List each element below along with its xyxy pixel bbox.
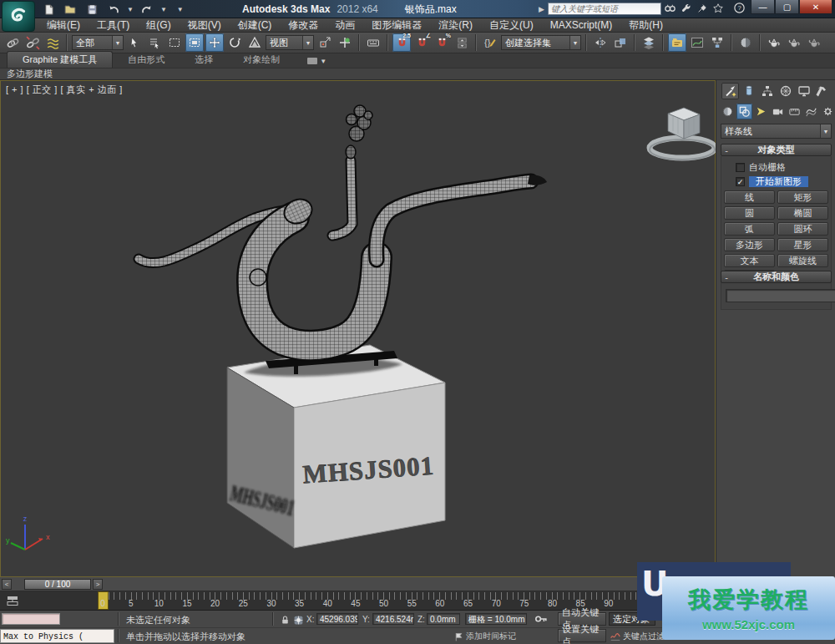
start-new-shape-checkbox[interactable]: ✓ (736, 177, 745, 186)
x-coordinate-field[interactable]: 45296.039 (316, 613, 358, 625)
select-and-move-button[interactable] (205, 33, 224, 52)
viewport-canvas[interactable]: [ + ] [ 正交 ] [ 真实 + 边面 ] (0, 80, 716, 577)
ribbon-tab-selection[interactable]: 选择 (180, 52, 228, 68)
shape-button-line[interactable]: 线 (724, 190, 775, 204)
shape-button-rectangle[interactable]: 矩形 (777, 190, 828, 204)
favorites-star-icon[interactable] (712, 3, 724, 14)
window-crossing-toggle[interactable] (185, 33, 204, 52)
view-cube-compass-ring[interactable] (650, 138, 715, 158)
macro-recorder-field[interactable] (2, 613, 60, 625)
minimize-button[interactable]: — (751, 0, 775, 14)
add-time-tag-flag[interactable] (452, 630, 465, 643)
dropdown-caret-icon[interactable]: ▼ (112, 36, 123, 49)
named-selection-sets-dropdown[interactable]: 创建选择集 ▼ (501, 35, 581, 50)
tab-hierarchy[interactable] (758, 83, 776, 99)
menu-graph-editors[interactable]: 图形编辑器 (363, 18, 430, 33)
viewport-label[interactable]: [ + ] [ 正交 ] [ 真实 + 边面 ] (6, 84, 123, 96)
menu-maxscript[interactable]: MAXScript(M) (542, 19, 621, 31)
menu-group[interactable]: 组(G) (138, 18, 179, 33)
help-icon[interactable] (733, 2, 746, 14)
search-binoculars-icon[interactable] (664, 2, 676, 14)
next-frame-button[interactable]: > (93, 579, 103, 590)
edit-named-selection-sets-button[interactable] (481, 33, 499, 52)
track-bar[interactable]: 0510 152025 303540 455055 606570 758085 … (0, 591, 716, 611)
shape-button-arc[interactable]: 弧 (724, 222, 775, 236)
menu-tools[interactable]: 工具(T) (89, 18, 138, 33)
angle-snap-toggle[interactable]: ∠ (412, 33, 431, 52)
ribbon-display-toggle[interactable]: ▼ (306, 56, 326, 66)
previous-frame-button[interactable]: < (2, 579, 12, 590)
select-by-name-button[interactable] (145, 33, 164, 52)
use-pivot-center-button[interactable] (316, 33, 334, 52)
maximize-button[interactable]: ▢ (775, 0, 799, 14)
redo-dropdown-caret[interactable]: ▼ (160, 6, 167, 13)
tab-display[interactable] (795, 83, 812, 99)
dropdown-caret-icon[interactable]: ▼ (569, 36, 580, 49)
mirror-button[interactable] (591, 33, 610, 52)
select-and-rotate-button[interactable] (225, 33, 244, 52)
new-file-button[interactable] (40, 2, 57, 17)
select-and-manipulate-button[interactable] (336, 33, 354, 52)
selection-region-button[interactable] (165, 33, 184, 52)
menu-modifiers[interactable]: 修改器 (280, 18, 326, 33)
object-name-input[interactable] (726, 289, 835, 302)
bind-to-space-warp-button[interactable] (43, 33, 62, 52)
autogrid-checkbox[interactable] (736, 163, 745, 172)
percent-snap-toggle[interactable]: % (433, 33, 451, 52)
ribbon-toggle-caret[interactable]: ▼ (320, 58, 326, 65)
shape-button-ellipse[interactable]: 椭圆 (777, 206, 828, 220)
open-file-button[interactable] (62, 2, 78, 17)
subtab-space-warps[interactable] (803, 104, 819, 119)
polygon-modeling-panel-label[interactable]: 多边形建模 (7, 68, 53, 80)
pedestal-cube[interactable]: ​ MHSJS001 MHSJS001 (227, 345, 445, 548)
menu-customize[interactable]: 自定义(U) (481, 18, 542, 33)
maxscript-mini-listener[interactable]: Max to Physics ( (0, 629, 114, 643)
snaps-toggle-2-5[interactable]: 2.5 (392, 33, 411, 52)
selection-filter-dropdown[interactable]: 全部 ▼ (72, 35, 124, 50)
shape-button-text[interactable]: 文本 (724, 254, 775, 267)
redo-button[interactable] (139, 2, 155, 17)
keyboard-shortcut-override-toggle[interactable] (364, 33, 382, 52)
dropdown-caret-icon[interactable]: ▼ (302, 36, 313, 49)
align-button[interactable] (611, 33, 630, 52)
ribbon-tab-freeform[interactable]: 自由形式 (113, 52, 180, 68)
time-configuration-key[interactable] (534, 612, 548, 626)
subtab-shapes[interactable] (736, 104, 752, 119)
subscription-wrench-icon[interactable] (681, 3, 692, 14)
name-color-rollout-header[interactable]: - 名称和颜色 (721, 271, 832, 283)
tab-create[interactable] (721, 83, 739, 99)
add-time-tag-text[interactable]: 添加时间标记 (466, 631, 516, 642)
wireframe-sculpture[interactable] (139, 105, 547, 346)
dropdown-caret-icon[interactable]: ▼ (820, 124, 831, 138)
shape-button-ngon[interactable]: 多边形 (724, 238, 775, 251)
shape-button-star[interactable]: 星形 (777, 238, 828, 251)
layer-manager-button[interactable] (640, 33, 658, 52)
key-filters-curve-toggle[interactable] (609, 630, 622, 643)
subtab-cameras[interactable] (770, 104, 786, 119)
view-cube[interactable] (650, 108, 715, 160)
collapse-icon[interactable]: - (721, 272, 731, 282)
subtab-systems[interactable] (820, 104, 835, 119)
menu-create[interactable]: 创建(C) (230, 18, 281, 33)
search-input[interactable] (548, 3, 661, 15)
selection-lock-toggle[interactable] (278, 613, 291, 626)
material-editor-button[interactable] (736, 33, 755, 52)
subtab-lights[interactable] (753, 104, 769, 119)
undo-button[interactable] (105, 2, 122, 17)
ribbon-tab-graphite[interactable]: Graphite 建模工具 (7, 51, 113, 68)
shape-button-donut[interactable]: 圆环 (777, 222, 828, 236)
menu-edit[interactable]: 编辑(E) (38, 18, 89, 33)
start-new-shape-button[interactable]: 开始新图形 (749, 176, 808, 187)
menu-rendering[interactable]: 渲染(R) (430, 18, 481, 33)
render-setup-button[interactable] (765, 33, 783, 52)
select-object-button[interactable] (125, 33, 144, 52)
curve-editor-button[interactable] (688, 33, 706, 52)
undo-dropdown-caret[interactable]: ▼ (127, 6, 134, 13)
rendered-frame-window-button[interactable] (785, 33, 803, 52)
close-button[interactable]: ✕ (799, 0, 832, 14)
collapse-icon[interactable]: - (721, 145, 731, 155)
absolute-offset-toggle[interactable] (291, 613, 305, 626)
ribbon-tab-object-paint[interactable]: 对象绘制 (228, 52, 295, 68)
z-coordinate-field[interactable]: 0.0mm (427, 613, 460, 625)
select-and-scale-button[interactable] (245, 33, 264, 52)
